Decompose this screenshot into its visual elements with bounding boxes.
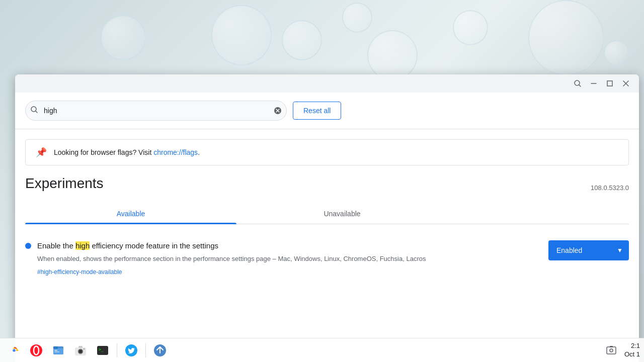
opera-icon (30, 344, 43, 357)
search-icon (30, 106, 38, 116)
clock-date: Oct 1 (624, 350, 640, 359)
maximize-button[interactable] (603, 76, 617, 90)
svg-rect-20 (54, 350, 57, 351)
files-icon (52, 344, 65, 357)
bubble-decoration (604, 40, 629, 65)
taskbar-right: 2:1 Oct 1 (602, 341, 640, 359)
camera-icon (74, 344, 87, 357)
experiments-header: Experiments 108.0.5323.0 (25, 175, 629, 192)
title-bar (15, 74, 639, 93)
svg-point-32 (610, 349, 613, 352)
minimize-icon (590, 79, 598, 87)
browser-window: Reset all 📌 Looking for browser flags? V… (15, 74, 639, 362)
taskbar-app-clipboard[interactable] (150, 340, 170, 360)
svg-point-24 (79, 350, 82, 353)
svg-rect-33 (610, 346, 613, 347)
svg-rect-19 (53, 346, 58, 349)
search-bar-container: Reset all (15, 93, 639, 129)
bubble-decoration (453, 10, 488, 45)
svg-point-13 (13, 349, 16, 352)
bubble-decoration (367, 30, 418, 80)
flag-title-suffix: efficiency mode feature in the settings (90, 241, 218, 250)
twitter-icon (125, 344, 138, 357)
taskbar: >_ 2:1 (0, 338, 644, 362)
taskbar-app-files[interactable] (48, 340, 68, 360)
tabs-container: Available Unavailable (25, 204, 629, 224)
taskbar-app-camera[interactable] (70, 340, 91, 360)
chrome-icon (8, 344, 21, 357)
screenshot-icon (606, 345, 616, 355)
flag-status-select[interactable]: Default Enabled Disabled (548, 240, 629, 260)
bubble-decoration (342, 3, 372, 33)
bubble-decoration (211, 5, 272, 65)
bubble-decoration (282, 20, 322, 60)
bubble-decoration (101, 15, 146, 60)
svg-rect-31 (607, 347, 616, 354)
terminal-icon: >_ (96, 344, 109, 357)
clock-time: 2:1 (631, 342, 640, 350)
svg-rect-21 (54, 351, 59, 352)
taskbar-app-terminal[interactable]: >_ (93, 340, 113, 360)
flag-indicator-enabled (25, 243, 31, 249)
taskbar-divider-2 (145, 343, 146, 357)
bubble-decoration (528, 0, 604, 75)
experiments-title: Experiments (25, 175, 104, 192)
taskbar-clock[interactable]: 2:1 Oct 1 (624, 342, 640, 359)
flag-content: Enable the high efficiency mode feature … (37, 240, 542, 276)
flag-title-highlight: high (75, 241, 90, 250)
flag-select-wrapper: Default Enabled Disabled ▼ (548, 240, 629, 260)
clipboard-icon (153, 344, 167, 357)
svg-text:>_: >_ (99, 347, 104, 352)
banner-text-prefix: Looking for browser flags? Visit (54, 148, 153, 156)
taskbar-divider (117, 343, 117, 357)
screenshots-tray-icon[interactable] (602, 341, 620, 359)
flag-description: When enabled, shows the performance sect… (37, 254, 542, 264)
svg-line-7 (36, 111, 38, 113)
flag-hash-link[interactable]: #high-efficiency-mode-available (37, 268, 122, 276)
version-badge: 108.0.5323.0 (591, 184, 629, 192)
svg-rect-3 (607, 81, 612, 86)
minimize-button[interactable] (587, 76, 601, 90)
flag-item: Enable the high efficiency mode feature … (25, 236, 629, 280)
taskbar-app-opera[interactable] (26, 340, 46, 360)
experiments-section: Experiments 108.0.5323.0 Available Unava… (15, 165, 639, 280)
tab-available[interactable]: Available (25, 204, 236, 224)
clear-search-button[interactable] (274, 107, 282, 115)
zoom-button[interactable] (571, 76, 585, 90)
chrome-flags-link[interactable]: chrome://flags (153, 148, 198, 156)
tab-unavailable[interactable]: Unavailable (236, 204, 448, 224)
svg-point-26 (84, 348, 85, 349)
content-area: Reset all 📌 Looking for browser flags? V… (15, 93, 639, 362)
flag-control: Default Enabled Disabled ▼ (548, 240, 629, 260)
maximize-icon (606, 79, 614, 87)
zoom-icon (574, 79, 582, 87)
search-input[interactable] (25, 101, 287, 121)
search-wrapper (25, 101, 287, 121)
pin-icon: 📌 (36, 147, 47, 158)
reset-all-button[interactable]: Reset all (293, 102, 341, 120)
banner-text-suffix: . (198, 148, 200, 156)
flag-title-prefix: Enable the (37, 241, 75, 250)
taskbar-app-twitter[interactable] (121, 340, 141, 360)
flag-title: Enable the high efficiency mode feature … (37, 240, 542, 251)
banner-text: Looking for browser flags? Visit chrome:… (54, 148, 200, 156)
close-icon (622, 79, 630, 87)
svg-line-1 (579, 85, 581, 87)
svg-rect-25 (78, 346, 83, 348)
taskbar-app-chrome[interactable] (4, 340, 24, 360)
close-button[interactable] (619, 76, 633, 90)
info-banner: 📌 Looking for browser flags? Visit chrom… (25, 139, 629, 165)
clear-icon (274, 107, 282, 115)
taskbar-apps: >_ (4, 340, 602, 360)
